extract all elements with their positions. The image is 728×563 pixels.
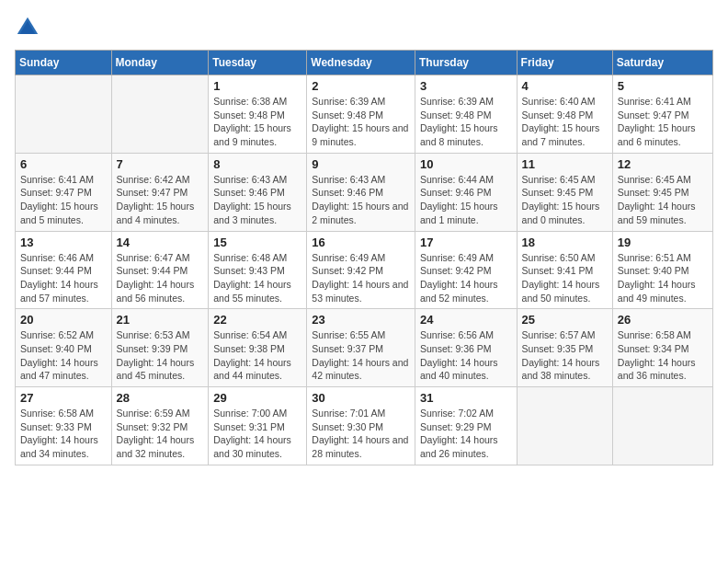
day-info: Sunrise: 6:58 AM Sunset: 9:33 PM Dayligh… xyxy=(20,407,107,461)
calendar-cell-w2-d7: 12Sunrise: 6:45 AM Sunset: 9:45 PM Dayli… xyxy=(612,153,712,231)
calendar-cell-w1-d3: 1Sunrise: 6:38 AM Sunset: 9:48 PM Daylig… xyxy=(209,75,307,154)
calendar-body: 1Sunrise: 6:38 AM Sunset: 9:48 PM Daylig… xyxy=(16,75,713,465)
weekday-wednesday: Wednesday xyxy=(307,51,415,75)
weekday-thursday: Thursday xyxy=(415,51,517,75)
day-info: Sunrise: 6:42 AM Sunset: 9:47 PM Dayligh… xyxy=(117,173,204,227)
day-info: Sunrise: 6:45 AM Sunset: 9:45 PM Dayligh… xyxy=(618,173,708,227)
day-number: 16 xyxy=(312,236,410,249)
day-number: 30 xyxy=(312,391,410,405)
calendar-cell-w1-d2 xyxy=(111,75,209,154)
day-info: Sunrise: 6:49 AM Sunset: 9:42 PM Dayligh… xyxy=(420,251,512,305)
calendar-cell-w2-d5: 10Sunrise: 6:44 AM Sunset: 9:46 PM Dayli… xyxy=(415,153,517,231)
day-info: Sunrise: 6:41 AM Sunset: 9:47 PM Dayligh… xyxy=(618,95,708,149)
calendar-cell-w1-d7: 5Sunrise: 6:41 AM Sunset: 9:47 PM Daylig… xyxy=(612,75,712,154)
day-number: 8 xyxy=(213,157,301,171)
day-info: Sunrise: 6:56 AM Sunset: 9:36 PM Dayligh… xyxy=(420,328,512,383)
weekday-monday: Monday xyxy=(111,51,209,75)
day-number: 6 xyxy=(20,157,107,171)
logo xyxy=(15,15,44,40)
day-number: 31 xyxy=(420,391,512,405)
day-info: Sunrise: 6:41 AM Sunset: 9:47 PM Dayligh… xyxy=(20,173,107,227)
calendar-header: SundayMondayTuesdayWednesdayThursdayFrid… xyxy=(16,51,713,75)
day-number: 3 xyxy=(420,79,512,93)
day-number: 19 xyxy=(618,236,708,249)
calendar-week-2: 6Sunrise: 6:41 AM Sunset: 9:47 PM Daylig… xyxy=(16,153,713,231)
day-number: 29 xyxy=(213,391,301,405)
day-number: 14 xyxy=(117,236,204,249)
day-number: 10 xyxy=(420,157,512,171)
calendar-cell-w5-d2: 28Sunrise: 6:59 AM Sunset: 9:32 PM Dayli… xyxy=(111,387,209,465)
weekday-header-row: SundayMondayTuesdayWednesdayThursdayFrid… xyxy=(16,51,713,75)
day-number: 9 xyxy=(312,157,410,171)
calendar-cell-w5-d6 xyxy=(517,387,612,465)
day-info: Sunrise: 6:48 AM Sunset: 9:43 PM Dayligh… xyxy=(213,251,301,305)
calendar-cell-w4-d7: 26Sunrise: 6:58 AM Sunset: 9:34 PM Dayli… xyxy=(612,309,712,387)
day-info: Sunrise: 6:54 AM Sunset: 9:38 PM Dayligh… xyxy=(213,328,301,383)
day-info: Sunrise: 6:58 AM Sunset: 9:34 PM Dayligh… xyxy=(618,328,708,383)
calendar-week-3: 13Sunrise: 6:46 AM Sunset: 9:44 PM Dayli… xyxy=(16,231,713,309)
day-number: 27 xyxy=(20,391,107,405)
calendar-cell-w3-d2: 14Sunrise: 6:47 AM Sunset: 9:44 PM Dayli… xyxy=(111,231,209,309)
day-number: 26 xyxy=(618,313,708,327)
day-number: 28 xyxy=(117,391,204,405)
calendar-cell-w3-d7: 19Sunrise: 6:51 AM Sunset: 9:40 PM Dayli… xyxy=(612,231,712,309)
day-info: Sunrise: 6:46 AM Sunset: 9:44 PM Dayligh… xyxy=(20,251,107,305)
day-number: 23 xyxy=(312,313,410,327)
calendar-cell-w3-d3: 15Sunrise: 6:48 AM Sunset: 9:43 PM Dayli… xyxy=(209,231,307,309)
calendar-cell-w1-d5: 3Sunrise: 6:39 AM Sunset: 9:48 PM Daylig… xyxy=(415,75,517,154)
day-number: 20 xyxy=(20,313,107,327)
weekday-saturday: Saturday xyxy=(612,51,712,75)
day-info: Sunrise: 6:45 AM Sunset: 9:45 PM Dayligh… xyxy=(522,173,608,227)
calendar-cell-w3-d5: 17Sunrise: 6:49 AM Sunset: 9:42 PM Dayli… xyxy=(415,231,517,309)
day-number: 2 xyxy=(312,79,410,93)
calendar-cell-w5-d7 xyxy=(612,387,712,465)
day-number: 15 xyxy=(213,236,301,249)
calendar-cell-w4-d3: 22Sunrise: 6:54 AM Sunset: 9:38 PM Dayli… xyxy=(209,309,307,387)
calendar-cell-w4-d6: 25Sunrise: 6:57 AM Sunset: 9:35 PM Dayli… xyxy=(517,309,612,387)
day-info: Sunrise: 7:01 AM Sunset: 9:30 PM Dayligh… xyxy=(312,407,410,461)
day-number: 4 xyxy=(522,79,608,93)
calendar-cell-w2-d1: 6Sunrise: 6:41 AM Sunset: 9:47 PM Daylig… xyxy=(16,153,112,231)
day-info: Sunrise: 6:39 AM Sunset: 9:48 PM Dayligh… xyxy=(420,95,512,149)
calendar-cell-w2-d4: 9Sunrise: 6:43 AM Sunset: 9:46 PM Daylig… xyxy=(307,153,415,231)
day-number: 24 xyxy=(420,313,512,327)
day-number: 13 xyxy=(20,236,107,249)
day-number: 25 xyxy=(522,313,608,327)
weekday-sunday: Sunday xyxy=(16,51,112,75)
calendar-table: SundayMondayTuesdayWednesdayThursdayFrid… xyxy=(15,50,713,465)
calendar-cell-w4-d2: 21Sunrise: 6:53 AM Sunset: 9:39 PM Dayli… xyxy=(111,309,209,387)
day-info: Sunrise: 6:40 AM Sunset: 9:48 PM Dayligh… xyxy=(522,95,608,149)
calendar-cell-w1-d1 xyxy=(16,75,112,154)
day-info: Sunrise: 6:53 AM Sunset: 9:39 PM Dayligh… xyxy=(117,328,204,383)
calendar-cell-w3-d1: 13Sunrise: 6:46 AM Sunset: 9:44 PM Dayli… xyxy=(16,231,112,309)
day-info: Sunrise: 6:51 AM Sunset: 9:40 PM Dayligh… xyxy=(618,251,708,305)
day-info: Sunrise: 6:44 AM Sunset: 9:46 PM Dayligh… xyxy=(420,173,512,227)
logo-icon xyxy=(15,15,40,40)
day-number: 12 xyxy=(618,157,708,171)
day-number: 11 xyxy=(522,157,608,171)
day-number: 21 xyxy=(117,313,204,327)
calendar-cell-w5-d3: 29Sunrise: 7:00 AM Sunset: 9:31 PM Dayli… xyxy=(209,387,307,465)
day-info: Sunrise: 6:57 AM Sunset: 9:35 PM Dayligh… xyxy=(522,328,608,383)
calendar-cell-w1-d4: 2Sunrise: 6:39 AM Sunset: 9:48 PM Daylig… xyxy=(307,75,415,154)
day-number: 7 xyxy=(117,157,204,171)
calendar-cell-w4-d5: 24Sunrise: 6:56 AM Sunset: 9:36 PM Dayli… xyxy=(415,309,517,387)
calendar-week-1: 1Sunrise: 6:38 AM Sunset: 9:48 PM Daylig… xyxy=(16,75,713,154)
calendar-week-5: 27Sunrise: 6:58 AM Sunset: 9:33 PM Dayli… xyxy=(16,387,713,465)
day-number: 5 xyxy=(618,79,708,93)
day-info: Sunrise: 6:39 AM Sunset: 9:48 PM Dayligh… xyxy=(312,95,410,149)
day-info: Sunrise: 7:00 AM Sunset: 9:31 PM Dayligh… xyxy=(213,407,301,461)
calendar-cell-w4-d4: 23Sunrise: 6:55 AM Sunset: 9:37 PM Dayli… xyxy=(307,309,415,387)
day-number: 1 xyxy=(213,79,301,93)
calendar-cell-w5-d5: 31Sunrise: 7:02 AM Sunset: 9:29 PM Dayli… xyxy=(415,387,517,465)
day-info: Sunrise: 6:43 AM Sunset: 9:46 PM Dayligh… xyxy=(213,173,301,227)
calendar-cell-w2-d3: 8Sunrise: 6:43 AM Sunset: 9:46 PM Daylig… xyxy=(209,153,307,231)
day-info: Sunrise: 7:02 AM Sunset: 9:29 PM Dayligh… xyxy=(420,407,512,461)
calendar-cell-w4-d1: 20Sunrise: 6:52 AM Sunset: 9:40 PM Dayli… xyxy=(16,309,112,387)
calendar-cell-w2-d2: 7Sunrise: 6:42 AM Sunset: 9:47 PM Daylig… xyxy=(111,153,209,231)
weekday-friday: Friday xyxy=(517,51,612,75)
calendar-cell-w1-d6: 4Sunrise: 6:40 AM Sunset: 9:48 PM Daylig… xyxy=(517,75,612,154)
day-number: 17 xyxy=(420,236,512,249)
day-info: Sunrise: 6:55 AM Sunset: 9:37 PM Dayligh… xyxy=(312,328,410,383)
day-number: 18 xyxy=(522,236,608,249)
